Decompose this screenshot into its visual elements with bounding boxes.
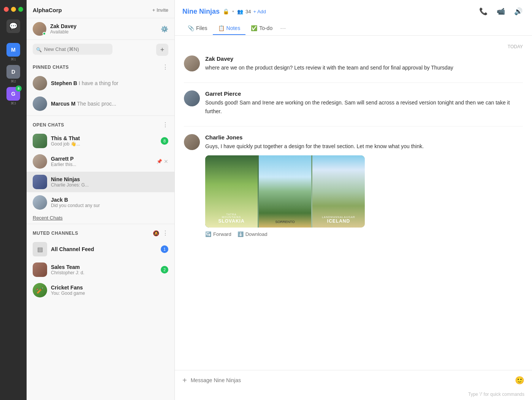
msg-actions-charlie: ↪️ Forward ⬇️ Download [205, 231, 523, 237]
msg-name-garret: Garret Pierce [205, 90, 523, 97]
add-member-label[interactable]: + Add [253, 9, 266, 14]
chat-content-jack: Jack B Did you conduct any sur [51, 197, 168, 208]
travel-image-attachment: TATRA MOUNTAINS SLOVAKIA SORRENTO LANDMA [205, 155, 365, 228]
open-chats-header: OPEN CHATS ⋮ [27, 117, 174, 131]
msg-name-charlie: Charlie Jones [205, 134, 523, 141]
muted-chat-all-channel[interactable]: ▤ All Channel Feed 1 [27, 239, 174, 259]
message-charlie: Charlie Jones Guys, I have quickly put t… [184, 134, 523, 237]
avatar-cricket: 🏏 [33, 283, 47, 297]
open-chat-nine-ninjas[interactable]: Nine Ninjas Charlie Jones: G... [27, 172, 174, 192]
main-area: Nine Ninjas 🔒 • 👥 34 + Add 📞 📹 🔊 📎 Files [175, 0, 532, 400]
volume-icon[interactable]: 🔊 [512, 5, 524, 17]
dot-separator: • [232, 8, 234, 14]
pinned-chats-header: PINNED CHATS ⋮ [27, 60, 174, 73]
search-input[interactable] [33, 44, 112, 55]
workspace-m-label: ⌘1 [11, 57, 16, 61]
msg-text-garret: Sounds good! Sam and Irene are working o… [205, 98, 523, 115]
settings-icon[interactable]: ⚙️ [161, 25, 168, 33]
img-label-slovakia: TATRA MOUNTAINS SLOVAKIA [218, 213, 244, 224]
download-label: Download [245, 231, 268, 237]
avatar-garrett [33, 154, 47, 169]
chat-header: Nine Ninjas 🔒 • 👥 34 + Add 📞 📹 🔊 📎 Files [175, 0, 532, 36]
lock-icon: 🔒 [223, 8, 229, 14]
chat-name-sales-team: Sales Team [51, 264, 158, 270]
user-info: Zak Davey Available [50, 23, 76, 35]
img-panel-sorrento: SORRENTO [259, 155, 311, 228]
avatar-msg-garret [184, 90, 200, 106]
recent-chats-link[interactable]: Recent Chats [27, 213, 174, 222]
muted-channels-more-icon[interactable]: ⋮ [162, 229, 168, 237]
call-icon[interactable]: 📞 [477, 5, 489, 17]
emoji-icon[interactable]: 🙂 [515, 376, 524, 385]
chat-preview-stephen: I have a thing for [79, 80, 118, 86]
notes-tab-icon: 📋 [218, 25, 225, 31]
traffic-bar: 💬 M ⌘1 D ⌘2 G 8 ⌘3 [0, 0, 27, 400]
left-panel: AlphaCorp + Invite Zak Davey Available ⚙… [27, 0, 175, 400]
open-chat-this-that[interactable]: This & That Good job 👋... 8 [27, 131, 174, 151]
chat-header-top: Nine Ninjas 🔒 • 👥 34 + Add 📞 📹 🔊 [182, 5, 524, 17]
chat-preview-nine-ninjas: Charlie Jones: G... [51, 182, 168, 188]
pinned-chats-title: PINNED CHATS [33, 65, 69, 70]
add-attachment-icon[interactable]: + [182, 376, 187, 385]
msg-body-charlie: Charlie Jones Guys, I have quickly put t… [205, 134, 523, 237]
workspace-d-label: ⌘2 [11, 79, 16, 83]
user-row: Zak Davey Available ⚙️ [27, 18, 174, 40]
tab-notes[interactable]: 📋 Notes [213, 22, 246, 35]
pin-icon-garrett: 📌 [157, 159, 162, 164]
chat-name-nine-ninjas: Nine Ninjas [51, 176, 168, 182]
tabs-more-icon[interactable]: ··· [278, 21, 288, 35]
traffic-lights [4, 7, 23, 12]
muted-bell-icon[interactable]: 🔕 [153, 230, 159, 236]
video-icon[interactable]: 📹 [495, 5, 507, 17]
msg-text-charlie: Guys, I have quickly put together a desi… [205, 142, 523, 150]
badge-sales-team: 2 [161, 266, 168, 274]
workspace-g-label: ⌘3 [11, 101, 16, 105]
chat-content-garrett: Garrett P Earlier this... [51, 156, 154, 167]
chat-name-all-channel: All Channel Feed [51, 246, 158, 252]
workspace-g[interactable]: G 8 [6, 87, 20, 101]
chat-icon[interactable]: 💬 [6, 19, 20, 33]
tab-files-label: Files [196, 25, 207, 31]
user-status: Available [50, 29, 76, 35]
close-button[interactable] [4, 7, 9, 12]
pinned-chat-marcus[interactable]: Marcus M The basic proc... [27, 93, 174, 114]
close-garrett[interactable]: ✕ [164, 158, 168, 164]
chat-content-sales-team: Sales Team Christopher J: d. [51, 264, 158, 275]
chat-content-this-that: This & That Good job 👋... [51, 135, 158, 147]
open-chats-title: OPEN CHATS [33, 122, 64, 128]
company-name: AlphaCorp [33, 7, 62, 13]
forward-button[interactable]: ↪️ Forward [205, 231, 231, 237]
message-input[interactable] [191, 377, 511, 383]
chat-content-marcus: Marcus M The basic proc... [51, 101, 168, 107]
img-panel-slovakia: TATRA MOUNTAINS SLOVAKIA [205, 155, 258, 228]
quick-commands-hint: Type '/' for quick commands [175, 390, 532, 400]
user-avatar-wrap [33, 22, 46, 36]
chat-preview-marcus: The basic proc... [77, 101, 116, 107]
open-chat-garrett[interactable]: Garrett P Earlier this... 📌 ✕ [27, 151, 174, 172]
add-chat-button[interactable]: + [156, 44, 168, 56]
invite-button[interactable]: + Invite [152, 7, 168, 13]
open-chats-more-icon[interactable]: ⋮ [162, 121, 168, 128]
pinned-chat-stephen[interactable]: Stephen B I have a thing for [27, 73, 174, 93]
avatar-marcus [33, 96, 47, 111]
chat-name-marcus: Marcus M The basic proc... [51, 101, 168, 107]
tab-todo-label: To-do [259, 25, 272, 31]
workspace-m[interactable]: M [6, 43, 20, 57]
muted-chat-cricket[interactable]: 🏏 Cricket Fans You: Good game [27, 280, 174, 300]
img-title-3: ICELAND [322, 218, 355, 224]
tab-todo[interactable]: ✅ To-do [245, 22, 278, 35]
search-wrap: 🔍 [33, 44, 153, 56]
muted-chat-sales-team[interactable]: Sales Team Christopher J: d. 2 [27, 259, 174, 280]
download-button[interactable]: ⬇️ Download [238, 231, 268, 237]
pinned-chats-more-icon[interactable]: ⋮ [162, 63, 168, 71]
workspace-d[interactable]: D [6, 65, 20, 79]
img-subtitle-3: LANDMANNALAUGAR [322, 216, 355, 218]
badge-this-that: 8 [161, 137, 168, 145]
search-icon: 🔍 [36, 47, 42, 52]
tab-files[interactable]: 📎 Files [182, 22, 213, 35]
workspace-g-badge: 8 [16, 85, 22, 92]
open-chat-jack[interactable]: Jack B Did you conduct any sur [27, 192, 174, 213]
divider-2 [184, 126, 523, 126]
minimize-button[interactable] [11, 7, 16, 12]
maximize-button[interactable] [18, 7, 23, 12]
